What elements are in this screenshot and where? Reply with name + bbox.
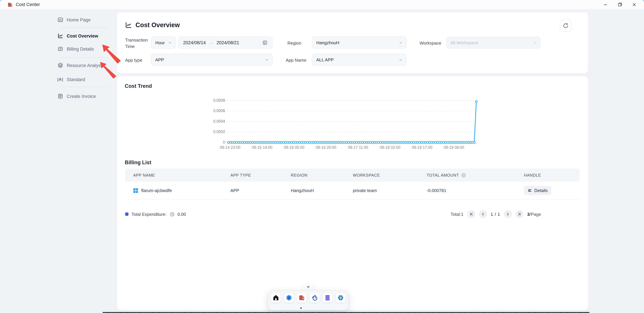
cell-app-name: flarum-ajcbwdfe bbox=[125, 188, 222, 193]
app-type-value: APP bbox=[155, 57, 164, 62]
total-count: Total:1 bbox=[451, 212, 464, 217]
app-name-select[interactable]: ALL APP bbox=[312, 54, 406, 66]
app-type-select[interactable]: APP bbox=[151, 54, 273, 66]
col-region: REGION bbox=[283, 173, 345, 177]
sidebar-divider bbox=[59, 87, 109, 87]
col-app-name: APP NAME bbox=[125, 173, 222, 177]
col-total-amount: TOTAL AMOUNT bbox=[418, 173, 516, 177]
refresh-button[interactable] bbox=[560, 20, 572, 31]
maximize-button[interactable] bbox=[618, 2, 622, 7]
invoice-icon bbox=[57, 93, 64, 99]
page-title: Cost Overview bbox=[136, 21, 180, 29]
sidebar-item-billing-details[interactable]: Billing Details bbox=[57, 44, 113, 53]
cell-total-amount: -0.000781 bbox=[418, 188, 516, 193]
bar-chart-icon bbox=[57, 17, 64, 23]
sidebar-item-cost-overview[interactable]: Cost Overview bbox=[57, 31, 113, 40]
wallet-icon bbox=[8, 2, 13, 7]
coin-info-icon[interactable] bbox=[461, 173, 466, 177]
y-axis-labels: 0 0.0002 0.0004 0.0006 0.0008 bbox=[213, 98, 225, 144]
dock-app-stopwatch[interactable] bbox=[310, 293, 320, 303]
sidebar-divider bbox=[59, 27, 109, 28]
col-handle: HANDLE bbox=[516, 173, 580, 177]
standard-a-icon: |A| bbox=[57, 76, 64, 82]
layers-icon bbox=[57, 62, 64, 68]
active-app-indicator bbox=[300, 307, 302, 309]
dock-app-home[interactable] bbox=[271, 293, 281, 303]
sidebar-item-standard[interactable]: |A| Standard bbox=[57, 75, 113, 84]
sidebar-item-create-invoice[interactable]: Create Invoice bbox=[57, 92, 113, 100]
line-chart-icon bbox=[125, 21, 132, 29]
region-label: Region bbox=[288, 40, 301, 45]
sidebar-item-resource-analysis[interactable]: Resource Analysis bbox=[57, 61, 113, 70]
bottom-edge-strip bbox=[103, 312, 589, 313]
last-page-button[interactable] bbox=[516, 210, 524, 218]
chevron-down-icon bbox=[306, 286, 310, 288]
app-type-label: App type bbox=[125, 58, 142, 63]
sidebar-item-label: Standard bbox=[67, 77, 85, 82]
app-name-label: App Name bbox=[286, 58, 306, 63]
chevron-down-icon bbox=[399, 57, 402, 62]
cost-center-window: Cost Center Home Page bbox=[0, 0, 644, 313]
svg-text:08-17 11:00: 08-17 11:00 bbox=[348, 145, 368, 150]
gem-icon bbox=[285, 294, 292, 301]
cell-handle: Details bbox=[516, 186, 580, 195]
billing-table: APP NAME APP TYPE REGION WORKSPACE TOTAL… bbox=[125, 169, 580, 200]
total-expenditure-label: Total Expenditure: bbox=[132, 212, 166, 217]
region-select[interactable]: HangzhouH bbox=[312, 36, 406, 49]
close-button[interactable] bbox=[632, 2, 636, 7]
details-button[interactable]: Details bbox=[524, 186, 552, 195]
granularity-select[interactable]: Hour bbox=[151, 36, 176, 49]
titlebar: Cost Center bbox=[0, 0, 644, 9]
workspace-label: Workspace bbox=[420, 40, 442, 45]
total-pages: 1 bbox=[498, 212, 500, 217]
transaction-time-label: Transaction Time bbox=[125, 37, 148, 50]
page-size[interactable]: 3/Page bbox=[527, 212, 541, 217]
page-indicator: 1 / 1 bbox=[490, 212, 500, 217]
stopwatch-icon bbox=[311, 294, 318, 301]
window-controls bbox=[603, 2, 644, 7]
svg-text:08-14 23:00: 08-14 23:00 bbox=[220, 145, 240, 150]
dock-app-gem[interactable] bbox=[284, 293, 294, 303]
col-app-type: APP TYPE bbox=[222, 173, 283, 177]
chevron-down-icon bbox=[399, 40, 402, 45]
svg-text:08-15 14:00: 08-15 14:00 bbox=[252, 145, 272, 150]
cell-region: HangzhouH bbox=[283, 188, 345, 193]
date-end: 2024/08/21 bbox=[216, 40, 239, 45]
region-value: HangzhouH bbox=[316, 40, 339, 45]
cost-trend-chart: 0 0.0002 0.0004 0.0006 0.0008 08-14 23:0… bbox=[200, 98, 485, 151]
svg-text:0.0004: 0.0004 bbox=[213, 119, 225, 123]
date-start: 2024/08/14 bbox=[183, 40, 206, 45]
current-page: 1 bbox=[490, 212, 493, 217]
line-chart-icon bbox=[57, 33, 64, 39]
first-page-button[interactable] bbox=[467, 210, 475, 218]
sidebar-item-label: Home Page bbox=[67, 17, 91, 22]
svg-text:08-19 08:00: 08-19 08:00 bbox=[444, 145, 464, 150]
dock-app-aperture[interactable] bbox=[336, 293, 345, 303]
sidebar-item-home-page[interactable]: Home Page bbox=[57, 15, 113, 24]
chevron-down-icon bbox=[265, 57, 268, 62]
prev-page-button[interactable] bbox=[479, 210, 487, 218]
receipt-icon bbox=[57, 46, 64, 52]
svg-text:0.0008: 0.0008 bbox=[213, 98, 225, 103]
next-page-button[interactable] bbox=[504, 210, 512, 218]
minimize-button[interactable] bbox=[603, 2, 608, 7]
app-name-value: ALL APP bbox=[316, 57, 334, 62]
svg-text:08-18 17:00: 08-18 17:00 bbox=[412, 145, 432, 150]
page-header: Cost Overview bbox=[125, 21, 180, 29]
sidebar-divider bbox=[59, 57, 109, 58]
window-title: Cost Center bbox=[16, 2, 40, 7]
details-icon bbox=[528, 188, 532, 193]
x-axis-labels: 08-14 23:00 08-15 14:00 08-16 05:00 08-1… bbox=[220, 145, 464, 150]
date-range-picker[interactable]: 2024/08/14 → 2024/08/21 bbox=[178, 36, 273, 49]
dock-app-cost-center[interactable] bbox=[297, 293, 306, 303]
pagination: Total:1 1 / 1 3/Page bbox=[451, 210, 541, 218]
svg-text:08-16 20:00: 08-16 20:00 bbox=[316, 145, 336, 150]
workspace-value: All Workspace bbox=[450, 40, 478, 45]
chevron-down-icon bbox=[168, 40, 172, 45]
billing-table-header: APP NAME APP TYPE REGION WORKSPACE TOTAL… bbox=[125, 169, 580, 182]
workspace-select[interactable]: All Workspace bbox=[446, 36, 541, 49]
home-icon bbox=[272, 294, 280, 301]
dock-app-database[interactable] bbox=[323, 293, 332, 303]
aperture-icon bbox=[337, 294, 344, 301]
coin-icon bbox=[170, 212, 175, 217]
